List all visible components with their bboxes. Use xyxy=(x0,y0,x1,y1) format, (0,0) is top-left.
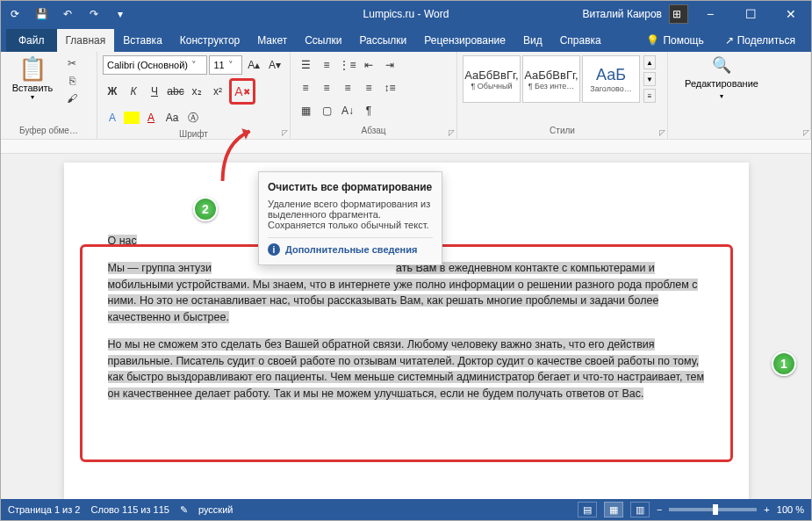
minimize-button[interactable]: − xyxy=(690,1,730,27)
title-bar: ⟳ 💾 ↶ ↷ ▾ Lumpics.ru - Word Виталий Каир… xyxy=(1,1,811,27)
font-color-icon[interactable]: A xyxy=(141,108,161,127)
print-layout-icon[interactable]: ▦ xyxy=(604,502,623,517)
grow-font-icon[interactable]: A▴ xyxy=(244,55,263,75)
spellcheck-icon[interactable]: ✎ xyxy=(180,504,188,516)
bold-button[interactable]: Ж xyxy=(103,82,122,101)
annotation-marker-2: 2 xyxy=(193,197,218,221)
qat-customize-icon[interactable]: ▾ xyxy=(110,4,131,25)
tab-review[interactable]: Рецензирование xyxy=(415,29,514,52)
font-launcher-icon[interactable]: ◸ xyxy=(282,128,288,137)
increase-indent-icon[interactable]: ⇥ xyxy=(380,55,399,75)
read-mode-icon[interactable]: ▤ xyxy=(578,502,597,517)
font-group-label: Шрифт xyxy=(103,127,284,141)
zoom-level[interactable]: 100 % xyxy=(777,504,804,515)
styles-down-icon[interactable]: ▼ xyxy=(643,72,656,86)
ribbon-options-icon[interactable]: ⊞ xyxy=(664,1,690,27)
annotation-marker-1: 1 xyxy=(772,351,796,376)
text-effects-icon[interactable]: A xyxy=(103,108,122,127)
italic-button[interactable]: К xyxy=(124,82,143,101)
paragraph-launcher-icon[interactable]: ◸ xyxy=(449,128,455,137)
styles-launcher-icon[interactable]: ◸ xyxy=(659,128,665,137)
change-case-icon[interactable]: Aa xyxy=(162,108,182,127)
decrease-indent-icon[interactable]: ⇤ xyxy=(359,55,378,75)
tab-references[interactable]: Ссылки xyxy=(296,29,350,52)
superscript-button[interactable]: x² xyxy=(208,82,227,101)
word-count[interactable]: Слово 115 из 115 xyxy=(90,504,169,515)
strikethrough-button[interactable]: abc xyxy=(166,82,185,101)
tell-me-button[interactable]: 💡Помощь xyxy=(637,29,712,52)
ribbon-tabs: Файл Главная Вставка Конструктор Макет С… xyxy=(1,27,811,52)
clipboard-group-label: Буфер обме… xyxy=(6,124,91,137)
status-bar: Страница 1 из 2 Слово 115 из 115 ✎ русск… xyxy=(1,499,811,520)
multilevel-icon[interactable]: ⋮≡ xyxy=(338,55,357,75)
copy-icon[interactable]: ⎘ xyxy=(62,73,82,89)
font-name-combo[interactable]: Calibri (Основной)˅ xyxy=(103,55,207,75)
zoom-out-icon[interactable]: − xyxy=(657,504,662,515)
align-right-icon[interactable]: ≡ xyxy=(338,78,357,98)
ribbon: 📋 Вставить ▾ ✂ ⎘ 🖌 Буфер обме… ◸ Calibri… xyxy=(1,52,811,140)
numbering-icon[interactable]: ≡ xyxy=(317,55,336,75)
web-layout-icon[interactable]: ▥ xyxy=(630,502,650,517)
paragraph-2[interactable]: Но мы не сможем это сделать без Вашей об… xyxy=(108,336,705,402)
tooltip-body: Удаление всего форматирования из выделен… xyxy=(268,199,433,230)
align-justify-icon[interactable]: ≡ xyxy=(359,78,378,98)
tab-layout[interactable]: Макет xyxy=(248,29,296,52)
maximize-button[interactable]: ☐ xyxy=(730,1,771,27)
clipboard-icon: 📋 xyxy=(18,55,47,83)
clipboard-launcher-icon[interactable]: ◸ xyxy=(803,128,809,137)
user-name[interactable]: Виталий Каиров xyxy=(582,8,662,20)
tab-mailings[interactable]: Рассылки xyxy=(350,29,415,52)
clear-formatting-button[interactable]: A✖ xyxy=(229,78,255,105)
tab-insert[interactable]: Вставка xyxy=(114,29,171,52)
highlight-icon[interactable] xyxy=(124,112,140,124)
char-border-icon[interactable]: Ⓐ xyxy=(183,108,203,127)
font-size-combo[interactable]: 11˅ xyxy=(209,55,242,75)
ruler[interactable] xyxy=(1,140,811,154)
language-indicator[interactable]: русский xyxy=(198,504,233,515)
editing-button[interactable]: 🔍 Редактирование ▾ xyxy=(673,55,770,100)
undo-icon[interactable]: ↶ xyxy=(57,4,78,25)
sort-icon[interactable]: A↓ xyxy=(338,101,357,120)
underline-button[interactable]: Ч xyxy=(145,82,164,101)
save-icon[interactable]: 💾 xyxy=(31,4,52,25)
redo-icon[interactable]: ↷ xyxy=(83,4,104,25)
window-title: Lumpics.ru - Word xyxy=(363,8,449,20)
show-marks-icon[interactable]: ¶ xyxy=(359,101,378,120)
style-normal[interactable]: АаБбВвГг, ¶ Обычный xyxy=(463,55,521,103)
paragraph-group-label: Абзац xyxy=(296,124,451,137)
subscript-button[interactable]: x₂ xyxy=(187,82,206,101)
tooltip: Очистить все форматирование Удаление все… xyxy=(258,171,442,265)
info-icon: i xyxy=(268,243,280,256)
borders-icon[interactable]: ▢ xyxy=(317,101,336,120)
paragraph-1[interactable]: Мы — группа энтузиать Вам в ежедневном к… xyxy=(108,260,705,326)
format-painter-icon[interactable]: 🖌 xyxy=(62,90,82,106)
cut-icon[interactable]: ✂ xyxy=(62,55,82,71)
share-button[interactable]: ↗Поделиться xyxy=(716,29,804,52)
style-no-spacing[interactable]: АаБбВвГг, ¶ Без инте… xyxy=(522,55,580,103)
shading-icon[interactable]: ▦ xyxy=(296,101,315,120)
tab-design[interactable]: Конструктор xyxy=(171,29,248,52)
tab-home[interactable]: Главная xyxy=(57,29,115,52)
page-indicator[interactable]: Страница 1 из 2 xyxy=(8,504,80,515)
zoom-in-icon[interactable]: + xyxy=(764,504,769,515)
shrink-font-icon[interactable]: A▾ xyxy=(265,55,284,75)
tooltip-more-link[interactable]: i Дополнительные сведения xyxy=(268,237,433,256)
align-center-icon[interactable]: ≡ xyxy=(317,78,336,98)
styles-up-icon[interactable]: ▲ xyxy=(643,55,656,69)
autosave-icon[interactable]: ⟳ xyxy=(4,4,25,25)
tab-help[interactable]: Справка xyxy=(551,29,610,52)
zoom-slider[interactable] xyxy=(669,508,757,511)
styles-group-label: Стили xyxy=(463,124,662,137)
bullets-icon[interactable]: ☰ xyxy=(296,55,315,75)
close-button[interactable]: ✕ xyxy=(771,1,811,27)
tab-view[interactable]: Вид xyxy=(514,29,551,52)
tooltip-title: Очистить все форматирование xyxy=(268,181,433,193)
search-icon: 🔍 xyxy=(712,55,731,75)
align-left-icon[interactable]: ≡ xyxy=(296,78,315,98)
heading-text[interactable]: О нас xyxy=(108,235,137,247)
style-heading1[interactable]: АаБ Заголово… xyxy=(582,55,640,103)
line-spacing-icon[interactable]: ↕≡ xyxy=(380,78,399,98)
tab-file[interactable]: Файл xyxy=(6,29,57,52)
paste-button[interactable]: 📋 Вставить ▾ xyxy=(6,55,59,106)
styles-more-icon[interactable]: ≡ xyxy=(643,89,656,103)
